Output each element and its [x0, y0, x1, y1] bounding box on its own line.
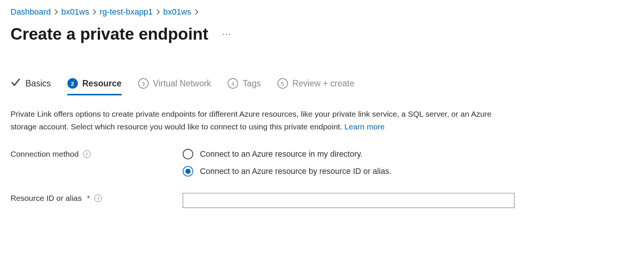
step-number-icon: 4	[228, 78, 238, 89]
radio-icon	[183, 149, 193, 159]
connection-method-label: Connection method	[10, 150, 79, 159]
step-label: Tags	[243, 79, 261, 89]
step-label: Resource	[82, 79, 122, 89]
connection-method-radio-group: Connect to an Azure resource in my direc…	[183, 149, 391, 177]
step-number-icon: 2	[67, 78, 78, 89]
resource-id-input[interactable]	[183, 193, 514, 208]
resource-id-label: Resource ID or alias	[10, 194, 82, 203]
breadcrumb-item-bx01ws-1[interactable]: bx01ws	[61, 7, 89, 17]
info-icon[interactable]: i	[94, 194, 102, 202]
learn-more-link[interactable]: Learn more	[344, 122, 385, 131]
step-number-icon: 5	[277, 78, 288, 89]
step-label: Review + create	[292, 79, 355, 89]
step-virtual-network[interactable]: 3 Virtual Network	[138, 78, 212, 94]
chevron-right-icon	[156, 9, 160, 15]
step-label: Basics	[25, 79, 51, 89]
radio-icon	[183, 166, 193, 177]
breadcrumb-item-dashboard[interactable]: Dashboard	[10, 7, 51, 17]
description-text: Private Link offers options to create pr…	[10, 108, 520, 133]
radio-option-resource-id[interactable]: Connect to an Azure resource by resource…	[183, 166, 391, 177]
radio-label: Connect to an Azure resource in my direc…	[200, 150, 363, 159]
page-title: Create a private endpoint	[10, 25, 208, 43]
wizard-steps: Basics 2 Resource 3 Virtual Network 4 Ta…	[10, 77, 634, 95]
step-label: Virtual Network	[153, 79, 212, 89]
chevron-right-icon	[54, 9, 58, 15]
breadcrumb-item-rg-test-bxapp1[interactable]: rg-test-bxapp1	[100, 7, 153, 17]
breadcrumb: Dashboard bx01ws rg-test-bxapp1 bx01ws	[10, 7, 634, 17]
info-icon[interactable]: i	[83, 150, 91, 158]
step-tags[interactable]: 4 Tags	[228, 78, 261, 94]
step-resource[interactable]: 2 Resource	[67, 78, 122, 95]
chevron-right-icon	[92, 9, 97, 15]
radio-option-directory[interactable]: Connect to an Azure resource in my direc…	[183, 149, 391, 159]
step-review-create[interactable]: 5 Review + create	[277, 78, 355, 94]
step-number-icon: 3	[138, 78, 149, 89]
chevron-right-icon	[194, 9, 199, 15]
checkmark-icon	[10, 77, 21, 90]
description-body: Private Link offers options to create pr…	[10, 110, 492, 131]
required-marker: *	[87, 194, 90, 203]
step-basics[interactable]: Basics	[10, 77, 51, 95]
breadcrumb-item-bx01ws-2[interactable]: bx01ws	[163, 7, 191, 17]
radio-label: Connect to an Azure resource by resource…	[200, 167, 391, 176]
more-actions-button[interactable]: ···	[219, 28, 234, 40]
